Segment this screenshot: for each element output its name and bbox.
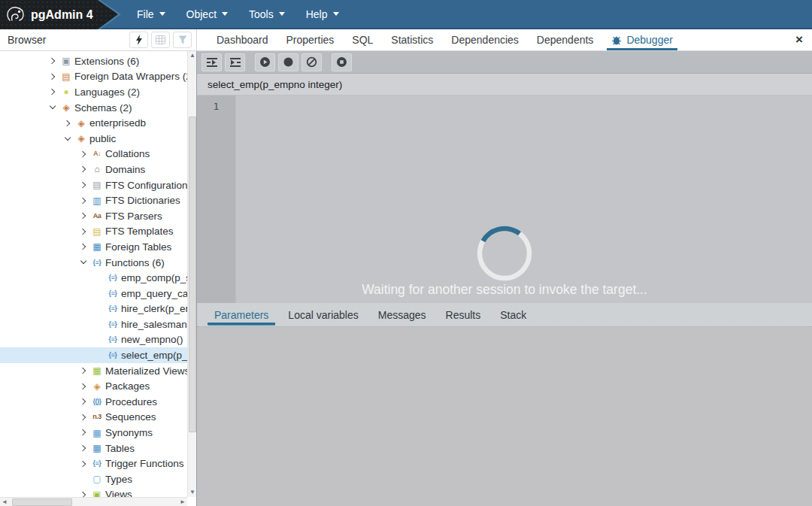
tree-item-label: public [89, 133, 116, 144]
tree-vertical-scrollbar[interactable]: ▲ ▼ [187, 51, 196, 497]
tree-item-sequences[interactable]: n.3Sequences [0, 410, 188, 426]
tree-item-types[interactable]: ▢Types [0, 471, 188, 487]
filter-button[interactable] [173, 32, 192, 48]
clear-breakpoints-button[interactable] [301, 53, 322, 71]
tab-dependents-label: Dependents [537, 34, 594, 46]
chevron-right-icon[interactable] [77, 446, 90, 450]
step-into-button[interactable] [201, 53, 222, 71]
tree-item-select-emp[interactable]: {≡}select_emp(p_em [0, 347, 188, 363]
menu-help[interactable]: Help [298, 5, 347, 23]
tab-sql[interactable]: SQL [343, 29, 382, 50]
tree-item-trigger-functions[interactable]: {≡}Trigger Functions [0, 456, 188, 471]
chevron-right-icon[interactable] [77, 368, 90, 373]
chevron-right-icon[interactable] [62, 121, 74, 126]
chevron-right-icon[interactable] [47, 59, 59, 63]
tree-item-emp-query-calle[interactable]: {≡}emp_query_calle [0, 286, 188, 301]
menu-object[interactable]: Object [179, 5, 235, 23]
lightning-icon [135, 35, 143, 45]
tab-statistics-label: Statistics [391, 34, 433, 46]
tab-local-variables[interactable]: Local variables [278, 303, 368, 326]
chevron-right-icon[interactable] [77, 430, 90, 435]
tree-item-enterprisedb[interactable]: ◈enterprisedb [0, 115, 188, 131]
tree-item-procedures[interactable]: {()}Procedures [0, 394, 188, 410]
chevron-down-icon[interactable] [77, 261, 90, 263]
fts-parsers-icon: Aa [90, 213, 104, 220]
tree-horizontal-scrollbar-thumb[interactable] [12, 498, 72, 506]
chevron-right-icon[interactable] [77, 214, 90, 218]
tree-item-materialized-views[interactable]: ▦Materialized Views [0, 363, 188, 379]
tree-item-functions[interactable]: {≡}Functions (6) [0, 255, 188, 271]
debugger-code-editor[interactable]: 1 Waiting for another session to invoke … [197, 95, 812, 303]
tree-horizontal-scrollbar[interactable]: ◄ ► [0, 497, 187, 506]
tab-dependents[interactable]: Dependents [528, 29, 603, 50]
tree-item-fts-dictionaries[interactable]: ▥FTS Dictionaries [0, 192, 188, 208]
tree-item-tables[interactable]: ▦Tables [0, 441, 188, 456]
step-over-button[interactable] [225, 53, 245, 71]
tree-item-label: FTS Dictionaries [105, 195, 180, 206]
chevron-right-icon[interactable] [77, 415, 90, 420]
chevron-down-icon[interactable] [62, 138, 74, 140]
chevron-right-icon[interactable] [77, 183, 90, 187]
tree-item-emp-comp[interactable]: {≡}emp_comp(p_sa [0, 270, 188, 286]
menu-help-label: Help [306, 8, 328, 20]
tree-item-schemas[interactable]: ◈Schemas (2) [0, 100, 188, 116]
menu-file[interactable]: File [129, 5, 173, 23]
grid-button[interactable] [151, 32, 170, 48]
tree-item-new-empno[interactable]: {≡}new_empno() [0, 332, 188, 348]
tree-item-fts-parsers[interactable]: AaFTS Parsers [0, 208, 188, 224]
tab-dashboard[interactable]: Dashboard [208, 29, 277, 50]
chevron-right-icon[interactable] [47, 74, 59, 79]
tab-debugger[interactable]: Debugger [602, 29, 682, 50]
chevron-right-icon[interactable] [47, 89, 59, 94]
editor-gutter: 1 [197, 95, 236, 303]
tree-item-fts-configurations[interactable]: ▤FTS Configurations [0, 177, 188, 193]
tree-item-foreign-data-wrappers[interactable]: ▤Foreign Data Wrappers (2) [0, 69, 188, 85]
chevron-right-icon[interactable] [77, 198, 90, 203]
scroll-right-icon[interactable]: ► [178, 498, 187, 506]
chevron-right-icon[interactable] [77, 229, 90, 234]
chevron-right-icon[interactable] [77, 384, 90, 389]
scroll-up-icon[interactable]: ▲ [188, 51, 197, 60]
scroll-left-icon[interactable]: ◄ [0, 498, 9, 506]
close-icon[interactable]: × [795, 32, 803, 47]
chevron-down-icon[interactable] [47, 106, 59, 108]
toggle-breakpoint-button[interactable] [278, 53, 298, 71]
chevron-right-icon[interactable] [77, 244, 90, 249]
function-icon: {≡} [90, 259, 104, 266]
menu-tools[interactable]: Tools [241, 5, 292, 23]
tab-statistics[interactable]: Statistics [382, 29, 442, 50]
tree-item-extensions[interactable]: ▣Extensions (6) [0, 53, 188, 69]
tree-item-domains[interactable]: ⌂Domains [0, 162, 188, 177]
tree-item-fts-templates[interactable]: ▤FTS Templates [0, 224, 188, 240]
tab-stack[interactable]: Stack [490, 303, 536, 326]
tree-item-label: emp_query_calle [121, 288, 188, 299]
scroll-down-icon[interactable]: ▼ [188, 488, 197, 497]
tree-item-label: Tables [105, 443, 135, 454]
continue-button[interactable] [255, 53, 275, 71]
tree-item-hire-salesman[interactable]: {≡}hire_salesman(p_ [0, 317, 188, 332]
procedures-icon: {()} [90, 398, 104, 405]
tab-parameters[interactable]: Parameters [205, 303, 278, 326]
tab-results[interactable]: Results [436, 303, 491, 326]
tree-item-hire-clerk[interactable]: {≡}hire_clerk(p_ena [0, 301, 188, 317]
tab-properties[interactable]: Properties [277, 29, 344, 50]
tree-item-public[interactable]: ◈public [0, 131, 188, 147]
tree-item-label: Schemas (2) [74, 102, 132, 114]
lightning-button[interactable] [129, 32, 148, 48]
chevron-right-icon[interactable] [77, 399, 90, 404]
tree-item-collations[interactable]: A↓Collations [0, 147, 188, 162]
tree-item-packages[interactable]: ◈Packages [0, 378, 188, 394]
tree-vertical-scrollbar-thumb[interactable] [189, 117, 196, 432]
types-icon: ▢ [90, 474, 104, 483]
tab-dependencies[interactable]: Dependencies [442, 29, 528, 50]
stop-button[interactable] [332, 53, 352, 71]
tree-item-languages[interactable]: ●Languages (2) [0, 84, 188, 100]
chevron-right-icon[interactable] [77, 152, 90, 156]
chevron-right-icon[interactable] [77, 167, 90, 171]
tab-messages[interactable]: Messages [368, 303, 436, 326]
tree-item-foreign-tables[interactable]: ▦Foreign Tables [0, 239, 188, 255]
function-icon: {≡} [106, 321, 120, 328]
chevron-right-icon[interactable] [77, 462, 90, 466]
tab-messages-label: Messages [378, 309, 426, 321]
tree-item-synonyms[interactable]: ▦Synonyms [0, 425, 188, 441]
